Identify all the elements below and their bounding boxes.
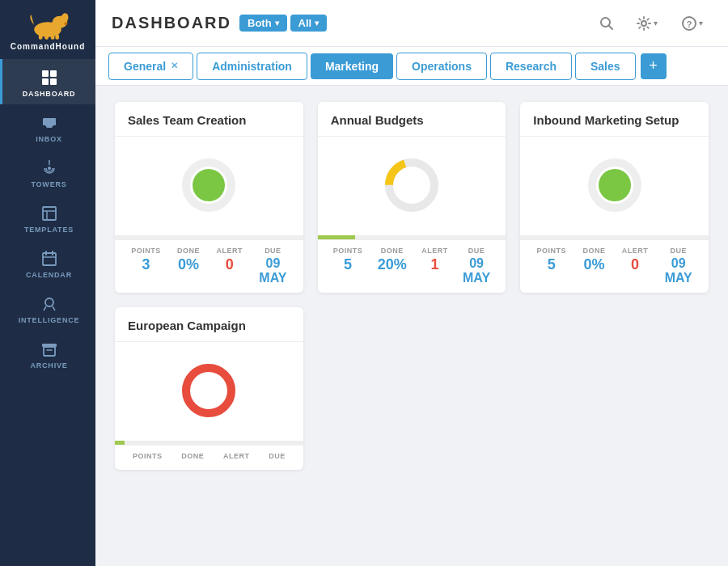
svg-rect-11 <box>50 78 57 85</box>
card-stats-european-campaign: POINTS DONE ALERT DUE <box>115 445 303 470</box>
card-body-european-campaign <box>115 342 303 439</box>
svg-rect-10 <box>42 78 49 85</box>
tab-label-sales: Sales <box>590 60 620 73</box>
search-button[interactable] <box>592 9 621 38</box>
card-stats-annual-budgets: POINTS 5 DONE 20% ALERT 1 DUE 09MAY <box>318 239 506 293</box>
help-icon: ? <box>681 15 697 32</box>
svg-point-33 <box>599 169 631 201</box>
tab-general[interactable]: General✕ <box>108 53 193 80</box>
stat-due: DUE 09MAY <box>463 247 490 285</box>
card-header-european-campaign: European Campaign <box>115 307 303 342</box>
topbar: DASHBOARD Both ▾ All ▾ ▾ ? <box>95 0 728 47</box>
card-title-inbound-marketing-setup: Inbound Marketing Setup <box>533 113 679 127</box>
tab-operations[interactable]: Operations <box>396 53 487 80</box>
chevron-down-icon: ▾ <box>275 19 279 27</box>
page-title: DASHBOARD <box>112 14 231 32</box>
donut-annual-budgets <box>379 153 444 218</box>
sidebar-item-inbox[interactable]: INBOX <box>0 104 95 150</box>
tab-close-general[interactable]: ✕ <box>171 61 178 71</box>
card-sales-team-creation[interactable]: Sales Team Creation POINTS 3 DONE 0% ALE… <box>115 102 303 293</box>
donut-sales-team-creation <box>176 153 241 218</box>
tab-label-operations: Operations <box>412 60 472 73</box>
svg-rect-16 <box>43 253 56 265</box>
svg-point-29 <box>193 169 225 201</box>
card-stats-inbound-marketing-setup: POINTS 5 DONE 0% ALERT 0 DUE 09MAY <box>520 239 709 293</box>
stat-points: POINTS 3 <box>131 247 161 285</box>
nav-label-dashboard: DASHBOARD <box>23 90 76 98</box>
card-header-annual-budgets: Annual Budgets <box>318 102 506 137</box>
svg-rect-13 <box>43 207 56 220</box>
dashboard-icon <box>40 69 58 87</box>
stat-points: POINTS 5 <box>537 247 567 285</box>
sidebar-item-dashboard[interactable]: DASHBOARD <box>0 59 95 104</box>
stat-done: DONE 0% <box>582 247 605 285</box>
card-annual-budgets[interactable]: Annual Budgets POINTS 5 DONE 20% ALERT 1 <box>318 102 506 293</box>
card-title-sales-team-creation: Sales Team Creation <box>128 113 246 127</box>
add-tab-button[interactable]: + <box>641 53 667 79</box>
stat-due: DUE 09MAY <box>259 247 286 285</box>
tab-research[interactable]: Research <box>490 53 572 80</box>
sidebar: CommandHound DASHBOARD INBOX TOWERS TEMP… <box>0 0 95 566</box>
help-chevron: ▾ <box>699 19 703 27</box>
card-european-campaign[interactable]: European Campaign POINTS DONE ALERT <box>115 307 303 470</box>
help-button[interactable]: ? ▾ <box>671 9 712 38</box>
svg-rect-5 <box>51 35 55 40</box>
logo-text: CommandHound <box>11 42 86 51</box>
stat-alert: ALERT 0 <box>216 247 243 285</box>
nav-label-calendar: CALENDAR <box>26 271 72 279</box>
svg-point-25 <box>641 21 646 26</box>
calendar-icon <box>40 250 58 268</box>
svg-rect-3 <box>39 34 43 40</box>
search-icon <box>599 15 615 32</box>
sidebar-item-towers[interactable]: TOWERS <box>0 150 95 195</box>
archive-icon <box>40 340 58 358</box>
content-area: Sales Team Creation POINTS 3 DONE 0% ALE… <box>95 86 728 566</box>
tabbar: General✕AdministrationMarketingOperation… <box>95 47 728 86</box>
sidebar-item-calendar[interactable]: CALENDAR <box>0 240 95 285</box>
cards-row-1: Sales Team Creation POINTS 3 DONE 0% ALE… <box>115 102 709 293</box>
nav-label-inbox: INBOX <box>36 135 62 143</box>
card-title-annual-budgets: Annual Budgets <box>331 113 424 127</box>
stat-done: DONE 0% <box>177 247 200 285</box>
filter-both[interactable]: Both ▾ <box>239 15 287 32</box>
tab-label-marketing: Marketing <box>325 60 379 73</box>
nav-label-archive: ARCHIVE <box>30 361 67 370</box>
filter-all[interactable]: All ▾ <box>290 15 328 32</box>
tab-label-research: Research <box>506 60 557 73</box>
svg-rect-4 <box>44 35 49 40</box>
card-header-inbound-marketing-setup: Inbound Marketing Setup <box>520 102 709 137</box>
templates-icon <box>40 205 58 222</box>
nav-label-templates: TEMPLATES <box>24 226 74 234</box>
nav-label-intelligence: INTELLIGENCE <box>19 316 80 324</box>
tab-marketing[interactable]: Marketing <box>311 53 393 79</box>
svg-rect-8 <box>42 70 49 77</box>
svg-text:?: ? <box>686 19 692 29</box>
svg-point-12 <box>48 167 51 170</box>
card-stats-sales-team-creation: POINTS 3 DONE 0% ALERT 0 DUE 09MAY <box>115 239 303 293</box>
sidebar-item-archive[interactable]: ARCHIVE <box>0 331 95 376</box>
stat-alert: ALERT 0 <box>622 247 649 285</box>
card-body-annual-budgets <box>318 137 506 234</box>
sidebar-item-intelligence[interactable]: INTELLIGENCE <box>0 285 95 331</box>
tab-label-general: General <box>124 60 166 73</box>
towers-icon <box>40 159 58 177</box>
card-title-european-campaign: European Campaign <box>128 319 246 332</box>
svg-point-7 <box>65 22 68 25</box>
sidebar-item-templates[interactable]: TEMPLATES <box>0 195 95 240</box>
logo-area: CommandHound <box>0 0 95 59</box>
tab-label-administration: Administration <box>212 60 292 73</box>
stat-due: DUE 09MAY <box>665 247 692 285</box>
inbox-icon <box>40 114 58 132</box>
settings-button[interactable]: ▾ <box>626 9 667 38</box>
donut-european-campaign <box>176 358 241 423</box>
stat-alert: ALERT 1 <box>421 247 448 285</box>
donut-inbound-marketing-setup <box>582 153 647 218</box>
stat-done: DONE 20% <box>378 247 407 285</box>
card-inbound-marketing-setup[interactable]: Inbound Marketing Setup POINTS 5 DONE 0%… <box>520 102 709 293</box>
tab-sales[interactable]: Sales <box>575 53 636 80</box>
tab-administration[interactable]: Administration <box>197 53 307 80</box>
svg-line-24 <box>609 25 613 29</box>
svg-point-20 <box>45 298 53 306</box>
chevron-down-icon: ▾ <box>315 19 319 27</box>
cards-row-2: European Campaign POINTS DONE ALERT <box>115 307 709 470</box>
